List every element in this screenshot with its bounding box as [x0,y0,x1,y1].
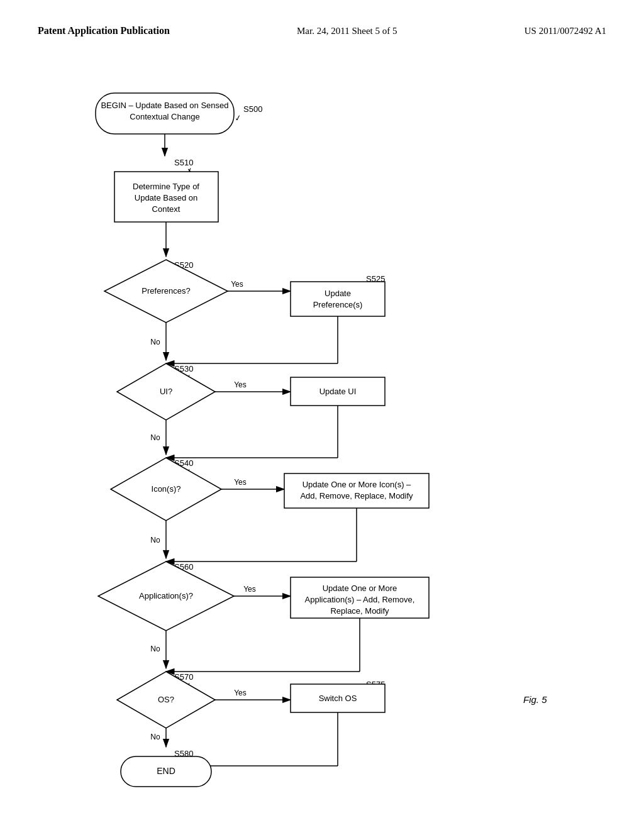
svg-text:Yes: Yes [234,380,247,389]
svg-text:Application(s)?: Application(s)? [139,591,193,600]
page-container: Patent Application Publication Mar. 24, … [0,0,644,830]
svg-text:Yes: Yes [234,478,247,487]
svg-text:S510: S510 [174,158,193,167]
svg-text:Yes: Yes [243,585,256,594]
header-left: Patent Application Publication [38,25,170,36]
svg-text:Application(s) – Add, Remove,: Application(s) – Add, Remove, [305,595,415,604]
svg-text:Update One or More Icon(s) –: Update One or More Icon(s) – [303,480,411,489]
svg-text:Update Based on: Update Based on [135,193,197,202]
svg-text:Add, Remove, Replace, Modify: Add, Remove, Replace, Modify [300,491,413,501]
svg-text:Contextual Change: Contextual Change [130,112,199,121]
svg-text:Update One or More: Update One or More [323,584,397,593]
header: Patent Application Publication Mar. 24, … [38,25,606,36]
svg-text:OS?: OS? [158,695,174,704]
svg-text:Yes: Yes [231,280,243,289]
svg-rect-22 [291,282,385,316]
svg-text:No: No [150,733,160,741]
svg-text:No: No [150,536,160,545]
svg-text:✓: ✓ [233,113,242,123]
svg-text:Context: Context [152,204,180,214]
svg-text:S500: S500 [243,104,262,114]
svg-text:END: END [157,766,175,776]
svg-text:Fig. 5: Fig. 5 [523,694,547,705]
svg-text:Replace, Modify: Replace, Modify [330,606,389,616]
svg-text:No: No [150,433,160,442]
svg-text:BEGIN – Update Based on Sensed: BEGIN – Update Based on Sensed [101,101,228,110]
svg-text:Yes: Yes [234,689,247,697]
svg-text:Update UI: Update UI [319,387,357,396]
flowchart-svg: BEGIN – Update Based on Sensed Contextua… [45,74,599,797]
svg-text:UI?: UI? [160,387,172,396]
svg-text:Switch OS: Switch OS [319,694,357,703]
svg-text:Icon(s)?: Icon(s)? [152,484,181,494]
flowchart: BEGIN – Update Based on Sensed Contextua… [45,74,599,797]
svg-text:Preference(s): Preference(s) [313,300,363,309]
svg-text:Preferences?: Preferences? [142,286,190,296]
header-right: US 2011/0072492 A1 [525,26,606,36]
svg-text:Update: Update [325,289,351,298]
header-center: Mar. 24, 2011 Sheet 5 of 5 [297,26,397,36]
svg-text:Determine Type of: Determine Type of [133,182,199,191]
svg-text:No: No [150,645,160,653]
svg-text:No: No [150,338,160,346]
